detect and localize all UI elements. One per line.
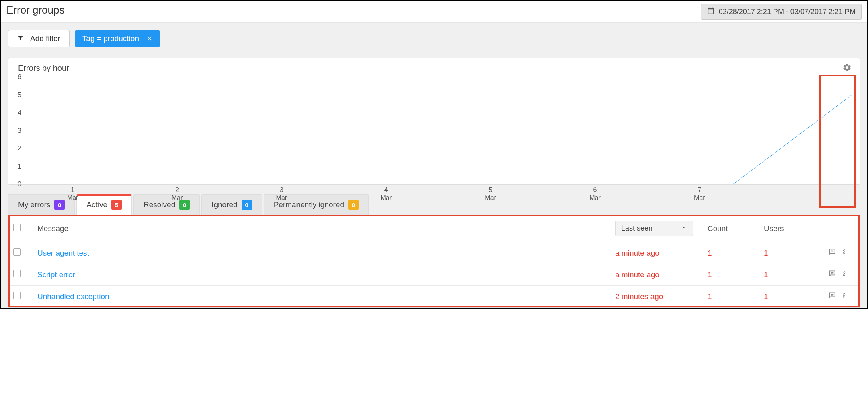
row-checkbox[interactable] bbox=[13, 248, 21, 256]
filter-chip-tag-production[interactable]: Tag = production ✕ bbox=[75, 30, 160, 47]
tab-badge: 0 bbox=[348, 200, 359, 210]
page-title: Error groups bbox=[6, 4, 65, 16]
calendar-icon bbox=[707, 7, 715, 17]
tab-label: My errors bbox=[18, 200, 50, 209]
table-row: Script errora minute ago11 bbox=[8, 264, 860, 286]
y-tick: 1 bbox=[14, 163, 21, 170]
link-icon[interactable] bbox=[840, 291, 848, 301]
count-text: 1 bbox=[708, 292, 712, 301]
gear-icon bbox=[843, 67, 852, 73]
select-all-checkbox[interactable] bbox=[13, 224, 21, 231]
x-tick: 1Mar bbox=[67, 184, 78, 202]
add-filter-button[interactable]: Add filter bbox=[8, 30, 70, 47]
y-tick: 5 bbox=[14, 91, 21, 99]
y-tick: 3 bbox=[14, 127, 21, 134]
tab-badge: 0 bbox=[242, 200, 252, 210]
x-tick: 4Mar bbox=[380, 184, 392, 202]
tab-badge: 5 bbox=[111, 200, 122, 210]
users-text: 1 bbox=[764, 249, 768, 257]
users-text: 1 bbox=[764, 292, 768, 301]
chart-plot: 01234561Mar2Mar3Mar4Mar5Mar6Mar7Mar bbox=[23, 77, 852, 184]
date-range-picker[interactable]: 02/28/2017 2:21 PM - 03/07/2017 2:21 PM bbox=[701, 4, 862, 20]
table-row: Unhandled exception2 minutes ago11 bbox=[8, 286, 860, 307]
column-last-seen-sort[interactable]: Last seen bbox=[615, 221, 693, 236]
y-tick: 2 bbox=[14, 145, 21, 152]
comment-icon[interactable] bbox=[828, 248, 836, 258]
comment-icon[interactable] bbox=[828, 270, 836, 280]
tab-label: Ignored bbox=[211, 200, 237, 209]
error-message-link[interactable]: Script error bbox=[37, 270, 75, 279]
comment-icon[interactable] bbox=[828, 291, 836, 301]
row-checkbox[interactable] bbox=[13, 292, 21, 299]
column-users[interactable]: Users bbox=[759, 215, 823, 242]
y-tick: 0 bbox=[14, 181, 21, 188]
tab-ignored[interactable]: Ignored0 bbox=[201, 194, 262, 215]
column-message[interactable]: Message bbox=[33, 215, 610, 242]
table-row: User agent testa minute ago11 bbox=[8, 242, 860, 264]
x-tick: 3Mar bbox=[276, 184, 287, 202]
x-tick: 5Mar bbox=[485, 184, 496, 202]
error-message-link[interactable]: Unhandled exception bbox=[37, 292, 109, 301]
error-message-link[interactable]: User agent test bbox=[37, 249, 89, 257]
users-text: 1 bbox=[764, 270, 768, 279]
chevron-down-icon bbox=[681, 224, 687, 233]
add-filter-label: Add filter bbox=[30, 34, 60, 43]
link-icon[interactable] bbox=[840, 270, 848, 280]
tab-resolved[interactable]: Resolved0 bbox=[133, 194, 200, 215]
y-tick: 4 bbox=[14, 109, 21, 117]
tab-my-errors[interactable]: My errors0 bbox=[8, 194, 75, 215]
close-icon[interactable]: ✕ bbox=[146, 34, 152, 43]
count-text: 1 bbox=[708, 249, 712, 257]
link-icon[interactable] bbox=[840, 248, 848, 258]
filter-chip-label: Tag = production bbox=[82, 34, 139, 43]
column-count[interactable]: Count bbox=[703, 215, 759, 242]
count-text: 1 bbox=[708, 270, 712, 279]
date-range-text: 02/28/2017 2:21 PM - 03/07/2017 2:21 PM bbox=[719, 8, 856, 16]
chart-panel: Errors by hour 01234561Mar2Mar3Mar4Mar5M… bbox=[8, 58, 860, 185]
tab-badge: 0 bbox=[54, 200, 65, 210]
x-tick: 7Mar bbox=[694, 184, 705, 202]
x-tick: 6Mar bbox=[589, 184, 601, 202]
tab-label: Active bbox=[86, 200, 107, 209]
last-seen-text: a minute ago bbox=[615, 249, 659, 257]
last-seen-text: 2 minutes ago bbox=[615, 292, 663, 301]
column-last-seen-label: Last seen bbox=[621, 224, 653, 233]
y-tick: 6 bbox=[14, 74, 21, 81]
chart-settings-button[interactable] bbox=[843, 63, 852, 73]
filter-icon bbox=[17, 34, 24, 43]
tab-label: Resolved bbox=[144, 200, 175, 209]
chart-title: Errors by hour bbox=[18, 64, 69, 73]
x-tick: 2Mar bbox=[172, 184, 183, 202]
tab-active[interactable]: Active5 bbox=[76, 194, 132, 215]
last-seen-text: a minute ago bbox=[615, 270, 659, 279]
row-checkbox[interactable] bbox=[13, 270, 21, 277]
